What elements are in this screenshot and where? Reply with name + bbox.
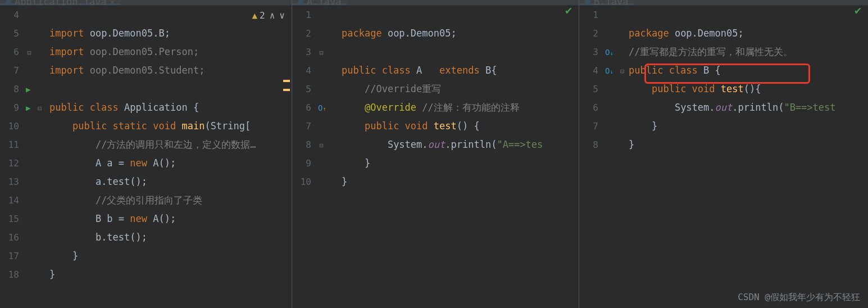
code-area[interactable]: import oop.Demon05.B; import oop.Demon05… — [49, 6, 292, 308]
gutter-icons: ⊟ O↑ ⊟ — [318, 6, 342, 308]
tab-b[interactable]: B.java — [579, 0, 634, 5]
fold-icon[interactable]: ⊟ — [318, 44, 325, 62]
fold-icon[interactable]: ⊟ — [619, 62, 626, 81]
code-editor[interactable]: 12 34 56 78 910 ⊟ O↑ ⊟ package oop.Demon… — [292, 6, 579, 308]
tab-label: A.java — [307, 0, 341, 6]
line-gutter: 45 67 89 1011 1213 1415 1617 18 — [0, 6, 26, 308]
code-area[interactable]: package oop.Demon05; public class A exte… — [342, 6, 579, 308]
overridden-icon[interactable]: O↓ — [605, 48, 613, 57]
scrollbar-marker — [283, 80, 290, 82]
gutter-icons: ⊟ ▶ ▶ ⊟ — [26, 6, 49, 308]
file-icon — [585, 0, 590, 4]
fold-icon[interactable]: ⊟ — [37, 99, 43, 118]
warning-icon: ▲ — [252, 10, 257, 21]
editor-pane-application: Application.java × ▲ 2 ∧ ∨ 45 67 89 1011… — [0, 0, 292, 308]
tab-label: Application.java — [15, 0, 107, 6]
tab-application[interactable]: Application.java × — [0, 0, 120, 5]
override-icon[interactable]: O↑ — [318, 103, 326, 112]
warning-badge[interactable]: ▲ 2 — [252, 10, 265, 21]
tab-bar: A.java — [292, 0, 579, 6]
scrollbar-marker — [283, 89, 290, 91]
tab-label: B.java — [594, 0, 628, 6]
file-icon — [298, 0, 303, 4]
fold-icon[interactable]: ⊟ — [26, 44, 33, 62]
line-gutter: 12 34 56 78 910 — [292, 6, 318, 308]
close-icon[interactable]: × — [110, 0, 115, 6]
run-icon[interactable]: ▶ — [26, 80, 30, 99]
next-issue-icon[interactable]: ∨ — [279, 10, 285, 21]
prev-issue-icon[interactable]: ∧ — [270, 10, 275, 21]
gutter-icons: O↓ O↓ ⊟ — [605, 6, 629, 308]
warning-count: 2 — [260, 10, 265, 21]
check-icon[interactable]: ✔ — [565, 3, 572, 17]
code-editor[interactable]: 12 34 56 78 O↓ O↓ ⊟ package oop.Demon05;… — [579, 6, 868, 308]
fold-icon[interactable]: ⊟ — [318, 137, 325, 155]
line-gutter: 12 34 56 78 — [579, 6, 605, 308]
tab-bar: Application.java × — [0, 0, 292, 6]
run-icon[interactable]: ▶ — [26, 99, 30, 117]
editor-pane-b: B.java ✔ 12 34 56 78 O↓ O↓ ⊟ package oop… — [579, 0, 868, 308]
editor-pane-a: A.java ✔ 12 34 56 78 910 ⊟ O↑ ⊟ package … — [292, 0, 579, 308]
file-icon — [6, 0, 11, 4]
tab-bar: B.java — [579, 0, 868, 6]
tab-a[interactable]: A.java — [292, 0, 347, 5]
check-icon[interactable]: ✔ — [855, 3, 861, 17]
code-editor[interactable]: 45 67 89 1011 1213 1415 1617 18 ⊟ ▶ ▶ ⊟ … — [0, 6, 292, 308]
overridden-icon[interactable]: O↓ — [605, 66, 613, 75]
code-area[interactable]: package oop.Demon05; //重写都是方法的重写，和属性无关。 … — [629, 6, 868, 308]
